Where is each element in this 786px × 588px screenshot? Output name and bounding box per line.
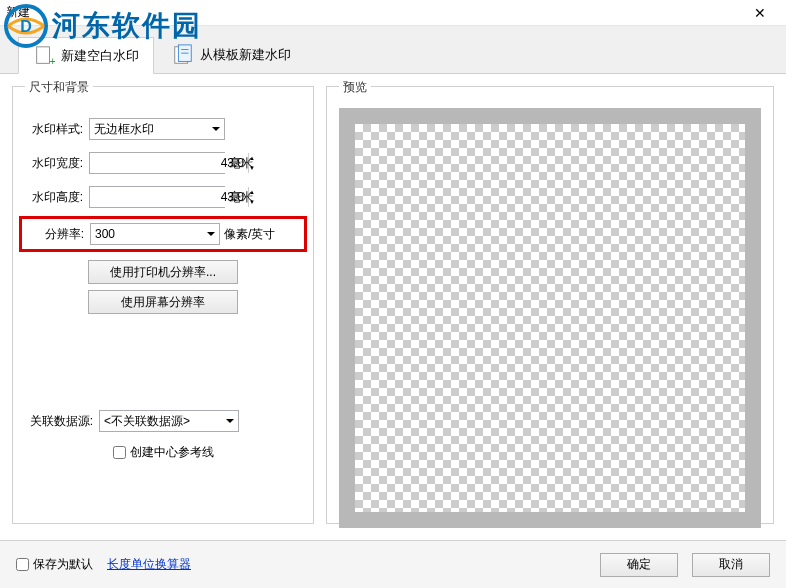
height-spinner[interactable]: ▲▼ xyxy=(89,186,225,208)
save-default-row: 保存为默认 xyxy=(16,556,93,573)
highlighted-resolution: 分辨率: 300 像素/英寸 xyxy=(19,216,307,252)
size-bg-fieldset: 尺寸和背景 水印样式: 无边框水印 水印宽度: ▲▼ 毫米 水印高度: xyxy=(12,86,314,524)
fieldset-legend: 预览 xyxy=(339,79,371,96)
row-centerline: 创建中心参考线 xyxy=(25,444,301,461)
logo-icon: D xyxy=(4,4,48,48)
centerline-checkbox[interactable] xyxy=(113,446,126,459)
row-width: 水印宽度: ▲▼ 毫米 xyxy=(25,152,301,174)
svg-text:+: + xyxy=(50,55,56,67)
resolution-select[interactable]: 300 xyxy=(90,223,220,245)
site-watermark: D 河东软件园 xyxy=(4,4,202,48)
ok-button[interactable]: 确定 xyxy=(600,553,678,577)
row-height: 水印高度: ▲▼ 毫米 xyxy=(25,186,301,208)
close-icon[interactable]: ✕ xyxy=(740,5,780,21)
row-datasource: 关联数据源: <不关联数据源> xyxy=(25,410,301,432)
row-style: 水印样式: 无边框水印 xyxy=(25,118,301,140)
use-printer-res-button[interactable]: 使用打印机分辨率... xyxy=(88,260,238,284)
preview-checkerboard xyxy=(355,124,745,512)
preview-fieldset: 预览 xyxy=(326,86,774,524)
preview-frame xyxy=(339,108,761,528)
width-spinner[interactable]: ▲▼ xyxy=(89,152,225,174)
datasource-select[interactable]: <不关联数据源> xyxy=(99,410,239,432)
fieldset-legend: 尺寸和背景 xyxy=(25,79,93,96)
cancel-button[interactable]: 取消 xyxy=(692,553,770,577)
row-resolution: 分辨率: 300 像素/英寸 xyxy=(26,223,300,245)
save-default-checkbox[interactable] xyxy=(16,558,29,571)
svg-rect-2 xyxy=(37,46,50,63)
footer-bar: 保存为默认 长度单位换算器 确定 取消 xyxy=(0,540,786,588)
style-select[interactable]: 无边框水印 xyxy=(89,118,225,140)
use-screen-res-button[interactable]: 使用屏幕分辨率 xyxy=(88,290,238,314)
svg-text:D: D xyxy=(20,18,32,35)
unit-converter-link[interactable]: 长度单位换算器 xyxy=(107,556,191,573)
